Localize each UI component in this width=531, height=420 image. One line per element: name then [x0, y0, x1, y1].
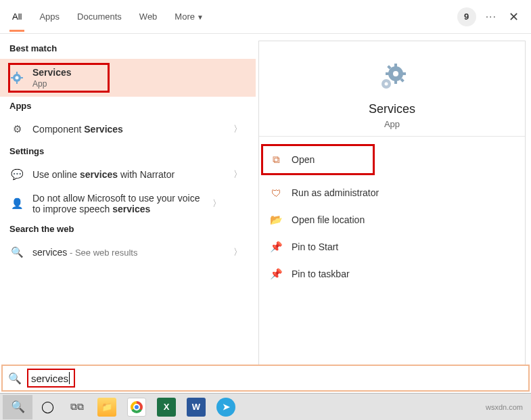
- results-panel: Best match Services App Apps ⚙ Component…: [0, 34, 256, 372]
- component-services-icon: ⚙: [9, 122, 24, 137]
- tab-web[interactable]: Web: [137, 1, 160, 32]
- search-icon: 🔍: [9, 245, 24, 260]
- action-run-as-admin[interactable]: 🛡 Run as administrator: [263, 179, 521, 206]
- taskbar: 🔍 ◯ ⧉⧉ 📁 X W ➤ wsxdn.com: [0, 393, 531, 420]
- taskbar-file-explorer[interactable]: 📁: [92, 395, 122, 419]
- chevron-right-icon[interactable]: 〉: [229, 168, 246, 181]
- svg-rect-2: [16, 72, 18, 74]
- taskbar-telegram[interactable]: ➤: [211, 395, 241, 419]
- svg-point-15: [384, 83, 388, 86]
- svg-point-7: [393, 71, 398, 76]
- result-title: Services: [32, 67, 246, 78]
- detail-subtitle: App: [259, 119, 525, 129]
- watermark-text: wsxdn.com: [486, 403, 528, 411]
- search-bar[interactable]: 🔍 services: [1, 365, 530, 392]
- services-large-icon: [375, 60, 409, 94]
- taskbar-task-view-button[interactable]: ⧉⧉: [62, 395, 92, 419]
- svg-rect-5: [20, 77, 23, 78]
- tab-all[interactable]: All: [9, 1, 24, 32]
- action-pin-to-start[interactable]: 📌 Pin to Start: [263, 233, 521, 260]
- svg-point-1: [16, 76, 19, 80]
- speech-icon: 👤: [9, 196, 24, 211]
- folder-icon: 📂: [269, 212, 283, 227]
- text-cursor: [69, 372, 70, 384]
- result-subtitle: App: [32, 79, 246, 89]
- taskbar-chrome[interactable]: [122, 395, 152, 419]
- taskbar-excel[interactable]: X: [152, 395, 181, 419]
- action-open[interactable]: ⧉ Open: [261, 144, 375, 175]
- taskbar-word[interactable]: W: [181, 395, 211, 419]
- result-web-services[interactable]: 🔍 services - See web results 〉: [0, 239, 256, 265]
- svg-rect-9: [394, 80, 397, 84]
- chevron-down-icon: ▼: [197, 14, 204, 21]
- svg-rect-10: [386, 72, 390, 75]
- pin-icon: 📌: [269, 239, 283, 254]
- result-narrator-services[interactable]: 💬 Use online services with Narrator 〉: [0, 162, 256, 187]
- detail-title: Services: [259, 102, 525, 116]
- action-open-file-location[interactable]: 📂 Open file location: [263, 206, 521, 233]
- more-options-icon[interactable]: ···: [486, 11, 497, 23]
- search-icon: 🔍: [8, 372, 22, 385]
- detail-panel: Services App ⧉ Open 🛡 Run as administrat…: [258, 41, 526, 365]
- pin-icon: 📌: [269, 266, 283, 281]
- section-best-match: Best match: [0, 39, 256, 59]
- tab-documents[interactable]: Documents: [74, 1, 124, 32]
- svg-rect-8: [394, 64, 397, 68]
- chevron-right-icon[interactable]: 〉: [208, 197, 225, 210]
- chevron-right-icon[interactable]: 〉: [229, 246, 246, 258]
- taskbar-search-button[interactable]: 🔍: [3, 395, 32, 419]
- result-speech-services[interactable]: 👤 Do not allow Microsoft to use your voi…: [0, 187, 256, 220]
- chevron-right-icon[interactable]: 〉: [229, 123, 246, 135]
- section-search-web: Search the web: [0, 220, 256, 239]
- rewards-badge[interactable]: 9: [457, 7, 476, 26]
- svg-rect-11: [402, 72, 406, 75]
- services-gear-icon: [9, 70, 24, 85]
- search-input[interactable]: services: [27, 369, 75, 388]
- taskbar-cortana-button[interactable]: ◯: [32, 395, 62, 419]
- narrator-icon: 💬: [9, 167, 24, 182]
- tab-apps[interactable]: Apps: [37, 1, 62, 32]
- action-pin-to-taskbar[interactable]: 📌 Pin to taskbar: [263, 260, 521, 287]
- result-component-services[interactable]: ⚙ Component Services 〉: [0, 116, 256, 142]
- section-settings: Settings: [0, 142, 256, 162]
- svg-rect-3: [16, 81, 18, 84]
- result-services-app[interactable]: Services App: [0, 59, 256, 97]
- admin-shield-icon: 🛡: [269, 185, 283, 200]
- section-apps: Apps: [0, 97, 256, 116]
- close-icon[interactable]: ✕: [506, 9, 522, 24]
- open-icon: ⧉: [269, 152, 283, 167]
- filter-tab-bar: All Apps Documents Web More▼ 9 ··· ✕: [0, 0, 531, 34]
- tab-more[interactable]: More▼: [172, 1, 206, 32]
- svg-rect-4: [11, 77, 14, 78]
